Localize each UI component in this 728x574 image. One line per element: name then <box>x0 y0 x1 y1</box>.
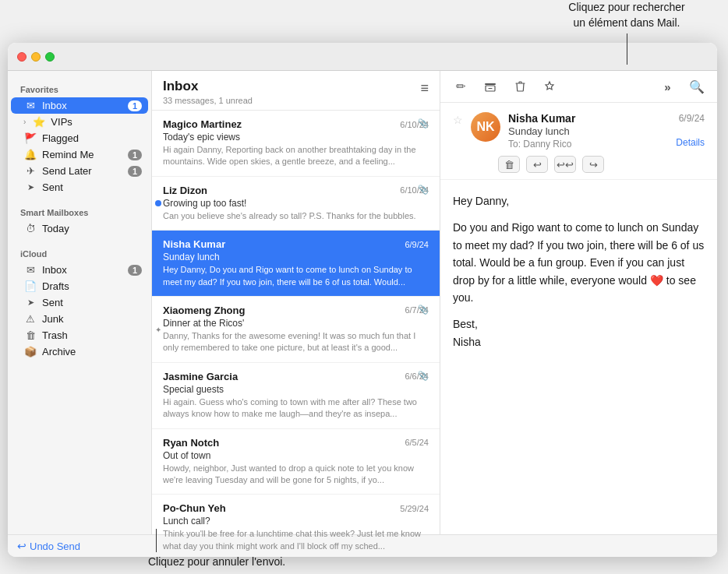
details-link[interactable]: Details <box>676 137 705 150</box>
search-button[interactable]: 🔍 <box>686 76 708 97</box>
msg-subject: Today's epic views <box>163 132 429 143</box>
icloud-sent-icon: ➤ <box>23 298 37 308</box>
undo-send-button[interactable]: ↩ Undo Send <box>17 540 152 552</box>
detail-date: 6/9/24 <box>679 113 705 124</box>
attachment-icon: 📎 <box>418 371 429 381</box>
icloud-section-label: iCloud <box>8 243 151 262</box>
new-message-button[interactable]: ✏ <box>450 76 472 97</box>
detail-forward-btn[interactable]: ↪ <box>582 156 604 173</box>
sidebar-item-today[interactable]: ⏱ Today <box>11 220 148 237</box>
trash-button[interactable] <box>509 76 531 97</box>
body-sign-label: Best, <box>453 318 478 330</box>
sidebar-item-icloud-sent[interactable]: ➤ Sent <box>11 294 148 311</box>
sidebar-item-junk[interactable]: ⚠ Junk <box>11 311 148 327</box>
sender-info: Nisha Kumar 6/9/24 Sunday lunch To: Dann… <box>508 112 705 150</box>
detail-reply-btn[interactable]: ↩ <box>526 156 548 173</box>
unread-dot <box>155 200 161 206</box>
sidebar-inbox-label: Inbox <box>42 100 123 111</box>
sidebar-footer: ↩ Undo Send <box>8 534 152 557</box>
detail-message-header: ☆ NK Nisha Kumar 6/9/24 Sunday lunch To:… <box>440 103 717 180</box>
msg-preview: Hi again. Guess who's coming to town wit… <box>163 396 429 421</box>
archive-icon: 📦 <box>23 346 37 357</box>
inbox-icon: ✉ <box>23 100 37 111</box>
message-list-subtitle: 33 messages, 1 unread <box>163 96 253 105</box>
msg-subject: Sunday lunch <box>163 252 429 262</box>
sidebar-sent-label: Sent <box>42 181 142 193</box>
message-item-msg1[interactable]: Magico Martinez 6/10/24 Today's epic vie… <box>152 111 440 177</box>
body-sign-name: Nisha <box>453 336 481 348</box>
close-button[interactable] <box>17 52 27 62</box>
message-item-msg2[interactable]: Liz Dizon 6/10/24 Growing up too fast!Ca… <box>152 177 440 231</box>
message-list-header: Inbox 33 messages, 1 unread ≡ <box>152 71 440 111</box>
detail-star-button[interactable]: ☆ <box>453 114 463 126</box>
msg-subject: Out of town <box>163 450 429 461</box>
sidebar-item-inbox[interactable]: ✉ Inbox 1 <box>11 97 148 114</box>
svg-rect-0 <box>485 83 496 85</box>
drafts-icon: 📄 <box>23 280 37 292</box>
detail-message-actions: 🗑 ↩ ↩↩ ↪ <box>498 156 705 173</box>
sent-icon: ➤ <box>23 182 37 192</box>
inbox-badge: 1 <box>128 100 142 111</box>
more-button[interactable]: » <box>656 76 678 97</box>
sidebar-item-trash[interactable]: 🗑 Trash <box>11 327 148 343</box>
sidebar-item-drafts[interactable]: 📄 Drafts <box>11 278 148 294</box>
msg-date: 5/29/24 <box>400 504 429 513</box>
message-list-panel: Inbox 33 messages, 1 unread ≡ Magico Mar… <box>152 71 440 557</box>
detail-reply-all-btn[interactable]: ↩↩ <box>554 156 576 173</box>
msg-preview: Hey Danny, Do you and Rigo want to come … <box>163 264 429 288</box>
sender-initials: NK <box>476 120 494 134</box>
undo-send-label: Undo Send <box>30 541 80 552</box>
send-later-badge: 1 <box>128 166 142 177</box>
sidebar-item-archive[interactable]: 📦 Archive <box>11 343 148 360</box>
undo-icon: ↩ <box>17 540 27 552</box>
msg-date: 6/9/24 <box>405 240 429 249</box>
detail-trash-btn[interactable]: 🗑 <box>498 156 520 173</box>
sidebar-today-label: Today <box>42 223 142 234</box>
message-item-msg4[interactable]: ✦ Xiaomeng Zhong 6/7/24 Dinner at the Ri… <box>152 297 440 363</box>
icloud-inbox-icon: ✉ <box>23 264 37 276</box>
msg-preview: Hi again Danny, Reporting back on anothe… <box>163 144 429 168</box>
sidebar-archive-label: Archive <box>42 346 142 357</box>
msg-sender: Po-Chun Yeh <box>163 502 226 514</box>
msg-sender: Jasmine Garcia <box>163 371 238 382</box>
junk-button[interactable] <box>539 76 560 97</box>
minimize-button[interactable] <box>31 52 41 62</box>
message-item-msg5[interactable]: Jasmine Garcia 6/6/24 Special guestsHi a… <box>152 363 440 429</box>
icloud-inbox-badge: 1 <box>128 265 142 276</box>
maximize-button[interactable] <box>45 52 55 62</box>
msg-subject: Special guests <box>163 384 429 395</box>
sidebar-remind-me-label: Remind Me <box>42 149 123 160</box>
callout-top-text: Cliquez pour rechercherun élément dans M… <box>568 1 684 29</box>
remind-me-badge: 1 <box>128 150 142 160</box>
sidebar-item-icloud-inbox[interactable]: ✉ Inbox 1 <box>11 262 148 278</box>
sidebar-item-send-later[interactable]: ✈ Send Later 1 <box>11 163 148 179</box>
sidebar-drafts-label: Drafts <box>42 280 142 292</box>
msg-preview: Howdy, neighbor, Just wanted to drop a q… <box>163 463 429 487</box>
message-item-msg3[interactable]: Nisha Kumar 6/9/24 Sunday lunchHey Danny… <box>152 231 440 297</box>
callout-top: Cliquez pour rechercherun élément dans M… <box>541 0 712 65</box>
msg-sender: Magico Martinez <box>163 118 242 130</box>
msg-sender: Xiaomeng Zhong <box>163 305 245 316</box>
app-window: Favorites ✉ Inbox 1 › ⭐ VIPs 🚩 Flagged 🔔 <box>8 43 717 557</box>
smart-mailboxes-section-label: Smart Mailboxes <box>8 202 151 220</box>
sidebar-item-vips[interactable]: › ⭐ VIPs <box>11 114 148 130</box>
sidebar-item-remind-me[interactable]: 🔔 Remind Me 1 <box>11 146 148 163</box>
sidebar-junk-label: Junk <box>42 313 142 325</box>
msg-sender: Ryan Notch <box>163 437 219 449</box>
star-indicator: ✦ <box>155 325 161 333</box>
remind-me-icon: 🔔 <box>23 149 37 160</box>
sidebar-item-sent[interactable]: ➤ Sent <box>11 179 148 195</box>
detail-sender-name: Nisha Kumar <box>508 112 575 125</box>
msg-preview: Danny, Thanks for the awesome evening! I… <box>163 330 429 354</box>
sidebar: Favorites ✉ Inbox 1 › ⭐ VIPs 🚩 Flagged 🔔 <box>8 71 152 557</box>
filter-icon[interactable]: ≡ <box>420 80 429 97</box>
trash-icon: 🗑 <box>23 329 37 341</box>
body-sign: Best, Nisha <box>453 315 705 350</box>
message-item-msg6[interactable]: Ryan Notch 6/5/24 Out of townHowdy, neig… <box>152 429 440 495</box>
sidebar-item-flagged[interactable]: 🚩 Flagged <box>11 130 148 146</box>
archive-button[interactable] <box>479 76 501 97</box>
msg-preview: Can you believe she's already so tall? P… <box>163 210 429 222</box>
sidebar-send-later-label: Send Later <box>42 165 123 177</box>
msg-subject: Lunch call? <box>163 516 429 526</box>
sender-avatar: NK <box>471 112 500 142</box>
